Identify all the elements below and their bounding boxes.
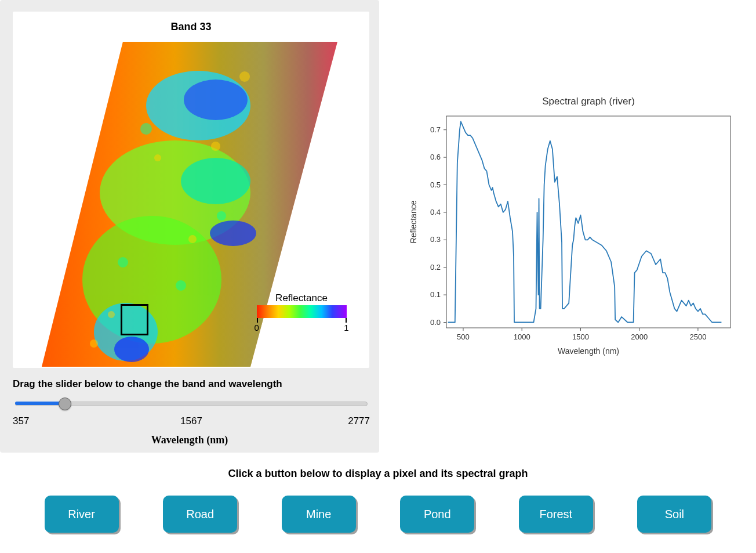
colorbar-gradient-icon [257, 305, 347, 318]
mine-button[interactable]: Mine [282, 496, 356, 533]
pixel-selection-box [121, 304, 148, 335]
colorbar-min-label: 0 [255, 323, 259, 332]
svg-text:0.5: 0.5 [430, 180, 441, 189]
svg-point-19 [118, 257, 128, 268]
svg-point-18 [176, 280, 186, 291]
slider-max-label: 2777 [348, 415, 370, 427]
pond-button[interactable]: Pond [400, 496, 474, 533]
svg-point-10 [210, 221, 256, 246]
svg-text:Reflectance: Reflectance [409, 200, 418, 243]
colorbar-max-label: 1 [344, 323, 348, 332]
svg-text:Wavelength (nm): Wavelength (nm) [558, 346, 619, 356]
river-button[interactable]: River [45, 496, 119, 533]
svg-point-15 [239, 71, 250, 82]
soil-button[interactable]: Soil [637, 496, 711, 533]
svg-point-14 [154, 154, 161, 161]
slider-handle-icon[interactable] [59, 397, 71, 410]
band-panel: Band 33 [0, 0, 379, 453]
svg-text:1000: 1000 [514, 332, 530, 341]
svg-text:1500: 1500 [572, 332, 589, 341]
svg-text:500: 500 [457, 332, 470, 341]
svg-text:2000: 2000 [631, 332, 648, 341]
spectral-chart: Spectral graph (river)0.00.10.20.30.40.5… [406, 93, 742, 360]
svg-rect-21 [446, 116, 730, 328]
svg-point-17 [140, 123, 152, 135]
svg-text:0.7: 0.7 [430, 125, 441, 134]
slider-mid-label: 1567 [180, 415, 202, 427]
svg-point-6 [181, 158, 250, 204]
band-title: Band 33 [13, 21, 369, 33]
svg-text:0.3: 0.3 [430, 235, 441, 244]
svg-text:0.0: 0.0 [430, 318, 441, 327]
wavelength-axis-label: Wavelength (nm) [0, 434, 379, 446]
forest-button[interactable]: Forest [519, 496, 593, 533]
band-image-viewer: Band 33 [13, 12, 369, 368]
svg-point-11 [108, 311, 115, 318]
svg-point-12 [211, 142, 220, 151]
colorbar: Reflectance 0 1 [249, 292, 354, 328]
svg-text:0.2: 0.2 [430, 263, 441, 272]
svg-text:0.6: 0.6 [430, 153, 441, 161]
svg-point-13 [188, 235, 197, 243]
colorbar-title: Reflectance [249, 292, 354, 304]
buttons-instruction: Click a button below to display a pixel … [0, 468, 756, 480]
svg-point-20 [217, 211, 226, 221]
svg-point-9 [114, 337, 149, 362]
slider-min-label: 357 [13, 415, 29, 427]
slider-instruction: Drag the slider below to change the band… [13, 378, 282, 390]
svg-text:2500: 2500 [689, 332, 706, 341]
pixel-button-row: RiverRoadMinePondForestSoil [0, 496, 756, 533]
road-button[interactable]: Road [163, 496, 237, 533]
wavelength-slider[interactable] [15, 398, 368, 409]
svg-point-4 [184, 79, 248, 120]
svg-text:0.1: 0.1 [430, 290, 441, 299]
svg-text:Spectral graph (river): Spectral graph (river) [542, 96, 635, 107]
svg-point-16 [90, 339, 98, 348]
svg-text:0.4: 0.4 [430, 208, 441, 216]
